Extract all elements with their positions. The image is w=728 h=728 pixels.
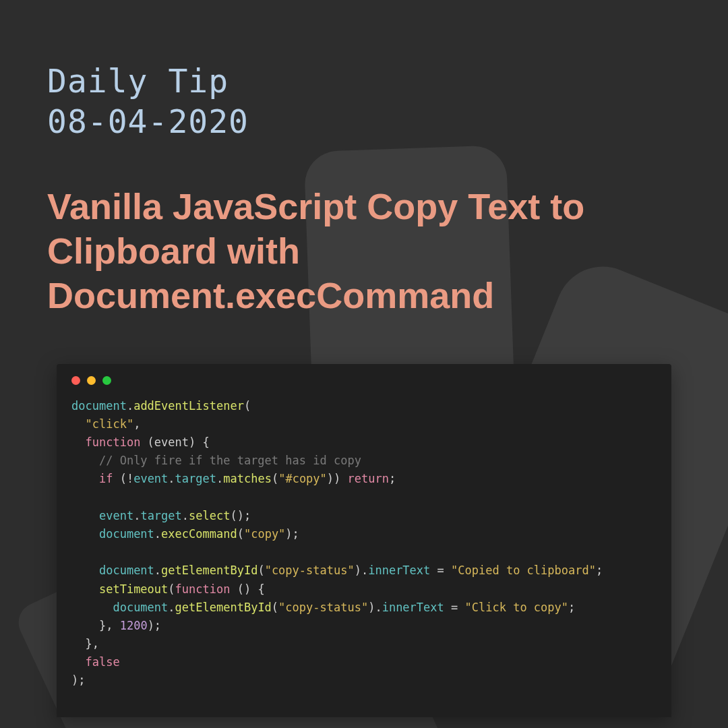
code-token: (: [272, 601, 278, 614]
code-token: (: [168, 582, 175, 596]
code-window: document.addEventListener( "click", func…: [57, 364, 671, 717]
code-token: function: [175, 582, 231, 596]
code-token: [340, 472, 347, 485]
code-token: innerText: [382, 601, 444, 614]
code-token: .: [133, 509, 140, 522]
code-token: getElementById: [161, 564, 257, 577]
code-token: execCommand: [161, 527, 237, 541]
code-token: document: [113, 601, 168, 614]
code-token: "copy-status": [278, 601, 368, 614]
page-title: Vanilla JavaScript Copy Text to Clipboar…: [47, 185, 681, 318]
code-token: (!: [113, 472, 133, 485]
code-token: target: [140, 509, 181, 522]
code-token: (: [272, 472, 278, 485]
code-token: if: [99, 472, 113, 485]
code-token: "click": [85, 417, 133, 431]
code-token: addEventListener: [133, 399, 244, 413]
code-token: document: [99, 527, 154, 541]
code-token: ();: [230, 509, 251, 522]
code-token: .: [127, 399, 133, 413]
code-token: =: [430, 564, 451, 577]
code-block: document.addEventListener( "click", func…: [71, 397, 657, 690]
code-token: getElementById: [175, 601, 272, 614]
code-token: .: [154, 527, 161, 541]
maximize-icon: [102, 376, 111, 385]
code-token: );: [71, 673, 85, 687]
code-token: );: [148, 619, 161, 632]
code-token: },: [85, 637, 98, 650]
code-token: return: [348, 472, 389, 485]
code-token: "copy": [244, 527, 285, 541]
code-token: setTimeout: [99, 582, 168, 596]
code-token: (: [244, 399, 251, 413]
close-icon: [71, 376, 80, 385]
code-token: false: [85, 655, 119, 669]
code-token: ).: [355, 564, 368, 577]
content-wrapper: Daily Tip 08-04-2020 Vanilla JavaScript …: [0, 0, 728, 717]
kicker-date: 08-04-2020: [47, 102, 249, 140]
code-token: =: [444, 601, 465, 614]
code-token: "copy-status": [265, 564, 355, 577]
code-token: .: [216, 472, 223, 485]
code-token: innerText: [368, 564, 430, 577]
window-traffic-lights: [71, 376, 657, 385]
code-token: "Click to copy": [465, 601, 569, 614]
code-token: document: [71, 399, 127, 413]
code-token: .: [168, 472, 175, 485]
code-token: .: [182, 509, 189, 522]
code-token: "Copied to clipboard": [451, 564, 596, 577]
code-token: 1200: [120, 619, 148, 632]
code-token: target: [175, 472, 216, 485]
code-token: ;: [389, 472, 396, 485]
code-token: ;: [568, 601, 575, 614]
kicker-label: Daily Tip: [47, 62, 229, 100]
code-token: event: [99, 509, 133, 522]
code-token: // Only fire if the target has id copy: [99, 454, 361, 467]
code-token: .: [154, 564, 161, 577]
code-token: function: [85, 435, 140, 449]
code-token: (: [257, 564, 264, 577]
code-token: () {: [230, 582, 264, 596]
code-token: document: [99, 564, 154, 577]
code-token: (: [237, 527, 244, 541]
code-token: event: [133, 472, 168, 485]
code-token: );: [285, 527, 299, 541]
code-token: ).: [368, 601, 382, 614]
kicker: Daily Tip 08-04-2020: [47, 61, 681, 142]
code-token: },: [99, 619, 120, 632]
code-token: "#copy": [278, 472, 327, 485]
code-token: matches: [223, 472, 272, 485]
code-token: select: [189, 509, 230, 522]
code-token: .: [168, 601, 175, 614]
code-token: (event) {: [140, 435, 209, 449]
code-token: ,: [133, 417, 140, 431]
code-token: )): [327, 472, 340, 485]
minimize-icon: [87, 376, 96, 385]
code-token: ;: [596, 564, 603, 577]
